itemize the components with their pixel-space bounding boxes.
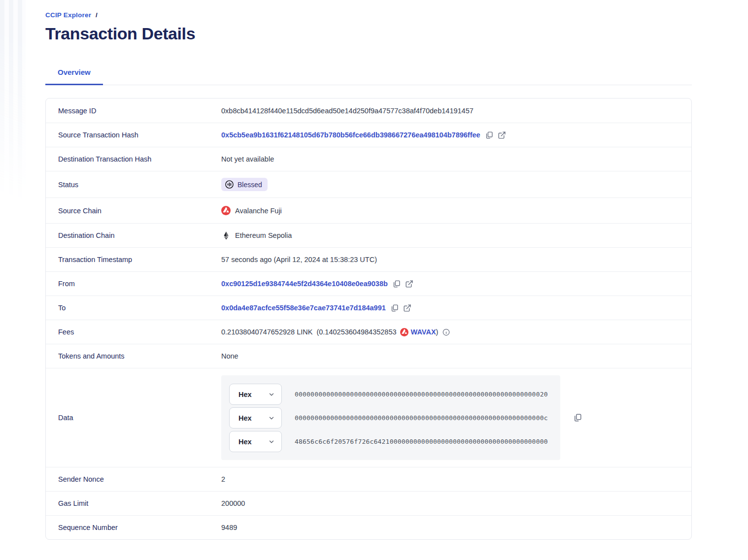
table-row-timestamp: Transaction Timestamp 57 seconds ago (Ap… <box>46 247 691 271</box>
data-line: Hex 000000000000000000000000000000000000… <box>229 407 552 428</box>
chevron-down-icon <box>268 391 275 398</box>
table-row-fees: Fees 0.21038040747652928 LINK (0.1402536… <box>46 320 691 344</box>
external-link-icon[interactable] <box>405 280 413 288</box>
ccip-explorer-transaction-details-page: CCIP Explorer / Transaction Details Over… <box>0 0 748 560</box>
row-label: Source Transaction Hash <box>46 131 221 139</box>
table-row-message-id: Message ID 0xb8cb414128f440e115dcd5d6ead… <box>46 99 691 123</box>
source-tx-hash-link[interactable]: 0x5cb5ea9b1631f62148105d67b780b56fce66db… <box>221 131 480 139</box>
source-chain-name: Avalanche Fuji <box>235 207 282 215</box>
status-badge-label: Blessed <box>238 181 262 189</box>
data-hex-value: 0000000000000000000000000000000000000000… <box>295 391 548 398</box>
table-row-tokens-and-amounts: Tokens and Amounts None <box>46 344 691 368</box>
row-label: Fees <box>46 328 221 336</box>
page-title: Transaction Details <box>45 24 195 43</box>
from-address-link[interactable]: 0xc90125d1e9384744e5f2d4364e10408e0ea903… <box>221 280 388 288</box>
tab-overview[interactable]: Overview <box>45 65 103 85</box>
data-hex-value: 0000000000000000000000000000000000000000… <box>295 414 548 422</box>
blessed-status-icon <box>225 180 234 189</box>
breadcrumb-separator: / <box>96 11 98 19</box>
row-label: Sender Nonce <box>46 475 221 483</box>
copy-icon[interactable] <box>392 280 401 288</box>
data-format-select-value: Hex <box>238 414 252 422</box>
row-label: Transaction Timestamp <box>46 256 221 264</box>
table-row-to: To 0x0da4e87acfce55f58e36e7cae73741e7d18… <box>46 296 691 320</box>
copy-icon[interactable] <box>390 304 399 312</box>
table-row-destination-chain: Destination Chain Ethereum Sepolia <box>46 223 691 247</box>
external-link-icon[interactable] <box>403 304 411 312</box>
row-label: From <box>46 280 221 288</box>
background-decoration <box>0 0 26 276</box>
row-label: To <box>46 304 221 312</box>
status-badge: Blessed <box>221 178 268 191</box>
table-row-source-tx-hash: Source Transaction Hash 0x5cb5ea9b1631f6… <box>46 123 691 147</box>
row-label: Sequence Number <box>46 524 221 531</box>
breadcrumb: CCIP Explorer / <box>45 11 195 19</box>
destination-chain-name: Ethereum Sepolia <box>235 231 292 239</box>
table-row-sender-nonce: Sender Nonce 2 <box>46 467 691 491</box>
row-label: Message ID <box>46 107 221 115</box>
data-line: Hex 000000000000000000000000000000000000… <box>229 384 552 405</box>
copy-icon[interactable] <box>573 413 582 422</box>
destination-tx-hash-value: Not yet available <box>221 155 274 163</box>
data-hex-panel: Hex 000000000000000000000000000000000000… <box>221 375 560 460</box>
data-format-select-value: Hex <box>238 391 252 398</box>
fees-converted-suffix: ) <box>436 328 439 336</box>
data-format-select[interactable]: Hex <box>229 384 282 405</box>
external-link-icon[interactable] <box>498 131 506 139</box>
table-row-gas-limit: Gas Limit 200000 <box>46 491 691 515</box>
to-address-link[interactable]: 0x0da4e87acfce55f58e36e7cae73741e7d184a9… <box>221 304 386 312</box>
source-tx-hash-value: 0x5cb5ea9b1631f62148105d67b780b56fce66db… <box>221 131 506 139</box>
table-row-source-chain: Source Chain Avalanche Fuji <box>46 198 691 223</box>
table-row-status: Status Blessed <box>46 171 691 198</box>
ethereum-icon <box>221 231 231 240</box>
data-format-select[interactable]: Hex <box>229 431 282 452</box>
wavax-token-link[interactable]: WAVAX <box>411 328 436 336</box>
copy-icon[interactable] <box>485 131 493 139</box>
data-hex-value: 48656c6c6f20576f726c64210000000000000000… <box>295 438 548 445</box>
row-label: Tokens and Amounts <box>46 352 221 360</box>
info-icon[interactable] <box>442 329 450 336</box>
table-row-destination-tx-hash: Destination Transaction Hash Not yet ava… <box>46 147 691 171</box>
data-format-select[interactable]: Hex <box>229 407 282 428</box>
breadcrumb-link-ccip-explorer[interactable]: CCIP Explorer <box>45 11 91 19</box>
message-id-value: 0xb8cb414128f440e115dcd5d6ead50e14d250f9… <box>221 107 474 115</box>
fees-converted-prefix: (0.140253604984352853 <box>316 328 396 336</box>
row-label: Data <box>46 414 221 422</box>
row-label: Source Chain <box>46 207 221 215</box>
data-line: Hex 48656c6c6f20576f726c6421000000000000… <box>229 431 552 452</box>
tokens-and-amounts-value: None <box>221 352 238 360</box>
row-label: Status <box>46 181 221 189</box>
sender-nonce-value: 2 <box>221 475 225 483</box>
gas-limit-value: 200000 <box>221 499 245 507</box>
chevron-down-icon <box>268 438 275 445</box>
fees-amount: 0.21038040747652928 LINK <box>221 328 312 336</box>
avalanche-icon <box>221 206 231 215</box>
row-label: Gas Limit <box>46 499 221 507</box>
transaction-details-card: Message ID 0xb8cb414128f440e115dcd5d6ead… <box>45 98 692 540</box>
table-row-sequence-number: Sequence Number 9489 <box>46 515 691 539</box>
timestamp-value: 57 seconds ago (April 12, 2024 at 15:38:… <box>221 256 377 264</box>
data-format-select-value: Hex <box>238 438 252 446</box>
row-label: Destination Chain <box>46 231 221 239</box>
page-header: CCIP Explorer / Transaction Details <box>45 11 195 43</box>
row-label: Destination Transaction Hash <box>46 155 221 163</box>
wavax-token-icon <box>400 328 408 336</box>
chevron-down-icon <box>268 415 275 422</box>
table-row-data: Data Hex 0000000000000000000000000000000… <box>46 368 691 467</box>
table-row-from: From 0xc90125d1e9384744e5f2d4364e10408e0… <box>46 271 691 296</box>
tab-bar: Overview <box>45 65 692 85</box>
sequence-number-value: 9489 <box>221 524 237 531</box>
